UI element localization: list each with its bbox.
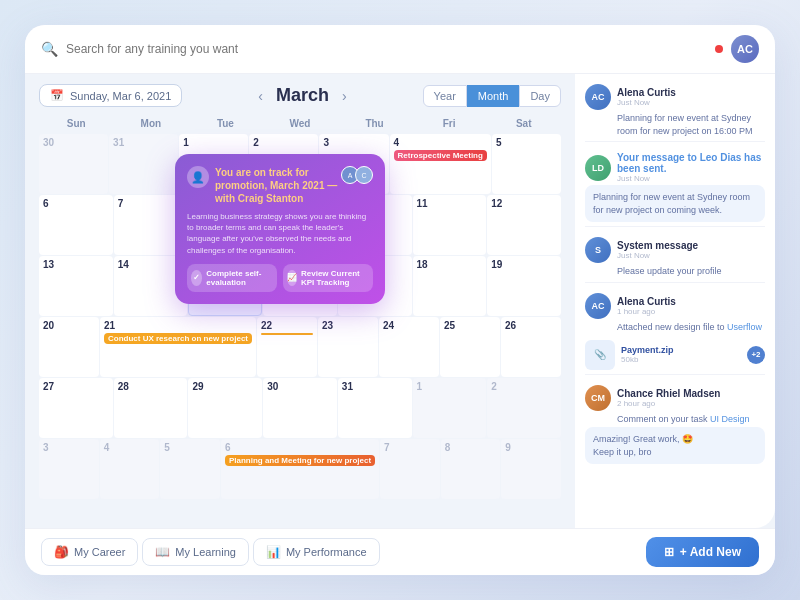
tab-my-performance[interactable]: 📊My Performance [253,538,380,566]
day-fri: Fri [412,115,487,132]
tab-my-career[interactable]: 🎒My Career [41,538,138,566]
calendar-cell[interactable]: 30 [263,378,337,438]
cell-number: 25 [444,320,496,331]
calendar-cell[interactable]: 9 [501,439,561,499]
search-input[interactable] [66,42,715,56]
calendar-cell[interactable]: 20 [39,317,99,377]
cell-number: 7 [118,198,184,209]
cell-number: 26 [505,320,557,331]
event-pill[interactable]: Conduct UX research on new project [104,333,252,344]
event-pill[interactable]: Planning and Meeting for new project [225,455,375,466]
calendar-cell[interactable]: 21Conduct UX research on new project [100,317,256,377]
message-avatar: AC [585,84,611,110]
calendar-cell[interactable]: 26 [501,317,561,377]
date-badge: 📅 Sunday, Mar 6, 2021 [39,84,182,107]
message-time: Just Now [617,174,765,183]
calendar-cell[interactable]: 2 [487,378,561,438]
add-new-button[interactable]: ⊞ + Add New [646,537,759,567]
next-month-button[interactable]: › [337,86,352,106]
message-header: ACAlena Curtis1 hour ago [585,293,765,319]
calendar-cell[interactable]: 23 [318,317,378,377]
message-divider [585,141,765,142]
tab-my-learning[interactable]: 📖My Learning [142,538,249,566]
calendar-cell[interactable]: 24 [379,317,439,377]
calendar-cell[interactable]: 6Planning and Meeting for new project [221,439,379,499]
attachment-info: Payment.zip50kb [621,345,741,364]
year-view-button[interactable]: Year [423,85,467,107]
message-text: Comment on your task UI Design [585,413,765,426]
message-avatar: LD [585,155,611,181]
search-bar: 🔍 AC [25,25,775,74]
calendar-cell[interactable]: 22 [257,317,317,377]
message-meta: Chance Rhiel Madsen2 hour ago [617,388,765,408]
message-time: Just Now [617,251,765,260]
calendar-cell[interactable]: 31 [109,134,178,194]
action2-label: Review Current KPI Tracking [301,269,369,287]
review-kpi-button[interactable]: 📈 Review Current KPI Tracking [283,264,373,292]
tab-label: My Career [74,546,125,558]
message-time: 2 hour ago [617,399,765,408]
calendar-cell[interactable]: 1 [413,378,487,438]
message-bubble: Planning for new event at Sydney room fo… [585,185,765,222]
calendar-cell[interactable]: 5 [160,439,220,499]
days-header: Sun Mon Tue Wed Thu Fri Sat [39,115,561,132]
calendar-cell[interactable]: 4 [100,439,160,499]
calendar-cell[interactable]: 18 [413,256,487,316]
calendar-cell[interactable]: 30 [39,134,108,194]
calendar-cell[interactable]: 28 [114,378,188,438]
calendar-cell[interactable]: 12 [487,195,561,255]
cell-number: 5 [496,137,557,148]
calendar-cell[interactable]: 5 [492,134,561,194]
message-header: ACAlena CurtisJust Now [585,84,765,110]
calendar-cell[interactable]: 8 [441,439,501,499]
message-meta: System messageJust Now [617,240,765,260]
calendar-cell[interactable]: 4Retrospective Meeting [390,134,491,194]
calendar-cell[interactable]: 13 [39,256,113,316]
calendar-cell[interactable]: 31 [338,378,412,438]
cell-number: 20 [43,320,95,331]
message-meta: Your message to Leo Dias has been sent.J… [617,152,765,183]
message-divider [585,226,765,227]
cell-number: 3 [323,137,384,148]
day-sun: Sun [39,115,114,132]
popup-avatars: A C [345,166,373,184]
calendar-cell[interactable]: 7 [380,439,440,499]
popup-header: 👤 You are on track for promotion, March … [187,166,373,205]
message-text: Please update your profile [585,265,765,278]
event-pill[interactable] [261,333,313,335]
cell-number: 27 [43,381,109,392]
cell-number: 2 [491,381,557,392]
reply-bubble: Amazing! Great work, 🤩 Keep it up, bro [585,427,765,464]
message-sender: Chance Rhiel Madsen [617,388,765,399]
popup-actions: ✓ Complete self-evaluation 📈 Review Curr… [187,264,373,292]
day-tue: Tue [188,115,263,132]
calendar-cell[interactable]: 25 [440,317,500,377]
day-view-button[interactable]: Day [519,85,561,107]
calendar-week-3: 2021Conduct UX research on new project22… [39,317,561,377]
message-item-msg5: CMChance Rhiel Madsen2 hour agoComment o… [585,385,765,465]
attachment-count: +2 [747,346,765,364]
complete-self-eval-button[interactable]: ✓ Complete self-evaluation [187,264,277,292]
calendar-cell[interactable]: 3 [39,439,99,499]
month-view-button[interactable]: Month [467,85,520,107]
message-time: 1 hour ago [617,307,765,316]
message-header: SSystem messageJust Now [585,237,765,263]
cell-number: 24 [383,320,435,331]
prev-month-button[interactable]: ‹ [253,86,268,106]
calendar-cell[interactable]: 27 [39,378,113,438]
calendar-cell[interactable]: 19 [487,256,561,316]
calendar-week-4: 272829303112 [39,378,561,438]
message-item-msg4: ACAlena Curtis1 hour agoAttached new des… [585,293,765,377]
calendar-icon: 📅 [50,89,64,102]
calendar-cell[interactable]: 11 [413,195,487,255]
calendar-cell[interactable]: 6 [39,195,113,255]
cell-number: 6 [43,198,109,209]
calendar-cell[interactable]: 29 [188,378,262,438]
tab-icon-2: 📊 [266,545,281,559]
message-avatar: CM [585,385,611,411]
user-avatar[interactable]: AC [731,35,759,63]
event-pill[interactable]: Retrospective Meeting [394,150,487,161]
add-new-icon: ⊞ [664,545,674,559]
cell-number: 13 [43,259,109,270]
cell-number: 14 [118,259,184,270]
